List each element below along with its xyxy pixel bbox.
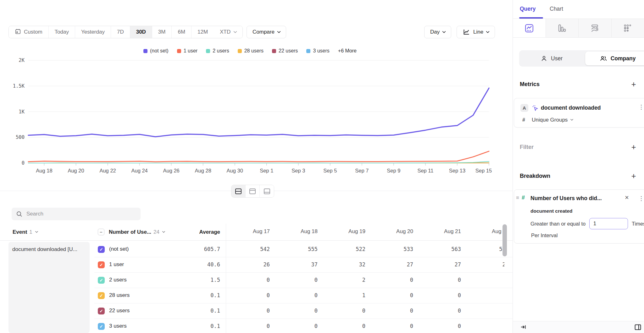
value-cell: 522	[321, 242, 369, 257]
row-date-values: 000000	[226, 319, 504, 333]
event-name-cell[interactable]: document downloaded [U...	[8, 242, 90, 333]
tab-query[interactable]: Query	[520, 6, 536, 12]
layout-table-button[interactable]	[260, 185, 274, 197]
row-label[interactable]: 1 user	[109, 261, 124, 268]
legend-more[interactable]: +6 More	[338, 48, 357, 54]
add-filter-button[interactable]: +	[629, 142, 638, 152]
search-input[interactable]	[26, 211, 136, 217]
range-button-3m[interactable]: 3M	[152, 26, 172, 38]
row-date-values: 000000	[226, 303, 504, 319]
drag-handle-icon[interactable]: ≡	[516, 195, 519, 201]
legend-item[interactable]: 3 users	[306, 48, 329, 54]
svg-text:Sep 7: Sep 7	[355, 168, 369, 173]
collapse-panel-button[interactable]	[520, 323, 527, 332]
breakdown-heading: Breakdown	[520, 173, 550, 179]
range-button-today[interactable]: Today	[49, 26, 75, 38]
svg-text:Sep 3: Sep 3	[291, 168, 305, 173]
table-scrollbar[interactable]	[502, 224, 507, 256]
row-label[interactable]: 2 users	[109, 277, 127, 283]
add-metric-button[interactable]: +	[629, 79, 638, 89]
breakdown-value-input[interactable]	[589, 218, 628, 229]
row-label[interactable]: 28 users	[109, 292, 130, 298]
range-button-7d[interactable]: 7D	[111, 26, 130, 38]
legend-item[interactable]: 2 users	[206, 48, 229, 54]
table-row: ✓(not set)605.7542555522533563533	[94, 242, 513, 257]
measure-dropdown[interactable]: Unique Groups	[532, 117, 573, 123]
legend-item[interactable]: 22 users	[272, 48, 298, 54]
svg-text:0: 0	[22, 160, 25, 166]
row-checkbox[interactable]: ✓	[98, 308, 105, 314]
legend-swatch	[143, 49, 147, 53]
breakdown-menu-button[interactable]: ⋮	[638, 195, 644, 202]
breakdown-condition[interactable]: Greater than or equal to	[530, 221, 586, 227]
value-cell: 0	[465, 303, 504, 319]
chevron-down-icon	[234, 30, 237, 33]
user-icon	[541, 55, 547, 62]
line-chart[interactable]: 05001K1.5K2KAug 18Aug 20Aug 22Aug 24Aug …	[0, 54, 513, 183]
legend-item[interactable]: (not set)	[143, 48, 169, 54]
remove-breakdown-button[interactable]: ×	[625, 194, 629, 202]
query-sidebar: Query Chart	[513, 0, 644, 333]
value-cell: 0	[417, 303, 465, 319]
breakdown-title[interactable]: Number of Users who did...	[530, 195, 602, 202]
legend-swatch	[272, 49, 276, 53]
svg-text:Sep 13: Sep 13	[449, 168, 465, 173]
value-cell: 555	[274, 242, 321, 257]
search-icon	[16, 211, 23, 217]
line-chart-icon	[463, 28, 470, 36]
value-cell: 0	[226, 319, 274, 333]
value-cell: 0	[274, 273, 321, 288]
row-label[interactable]: 22 users	[109, 308, 130, 314]
range-button-30d[interactable]: 30D	[130, 26, 152, 38]
svg-text:Aug 18: Aug 18	[36, 168, 52, 173]
table-row: ✓2 users1.5002001	[94, 273, 513, 288]
user-toggle-option[interactable]: User	[519, 50, 584, 67]
chart-type-line-tab[interactable]	[513, 19, 546, 37]
company-toggle-option[interactable]: Company	[585, 52, 644, 65]
metric-card[interactable]: A document downloaded ⋮ # Unique Groups	[514, 98, 644, 128]
panel-layout-button[interactable]	[634, 323, 642, 332]
legend-item[interactable]: 28 users	[238, 48, 264, 54]
chart-type-flow-tab[interactable]	[579, 19, 612, 37]
range-button-12m[interactable]: 12M	[192, 26, 214, 38]
range-button-yesterday[interactable]: Yesterday	[75, 26, 111, 38]
row-checkbox[interactable]: ✓	[98, 323, 105, 330]
breakdown-column-header[interactable]: Number of Use... 24	[109, 224, 165, 240]
add-breakdown-button[interactable]: +	[629, 171, 638, 181]
event-cursor-icon	[531, 104, 539, 112]
layout-split-button[interactable]	[231, 185, 246, 197]
chart-type-dropdown[interactable]: Line	[457, 26, 495, 38]
custom-range-button[interactable]: Custom	[9, 26, 49, 38]
svg-text:Aug 26: Aug 26	[163, 168, 180, 173]
date-column-header: Aug 22	[465, 224, 504, 240]
legend-item[interactable]: 1 user	[177, 48, 197, 54]
interval-dropdown[interactable]: Day	[424, 26, 451, 38]
row-label[interactable]: 3 users	[109, 323, 127, 329]
metric-event-name[interactable]: document downloaded	[541, 105, 601, 111]
select-all-checkbox[interactable]: −	[98, 229, 104, 235]
xtd-range-button[interactable]: XTD	[214, 26, 242, 38]
event-column-header[interactable]: Event 1	[13, 224, 38, 240]
breakdown-event-name[interactable]: document created	[530, 208, 573, 214]
chart-type-bar-tab[interactable]	[546, 19, 579, 37]
breakdown-per-interval[interactable]: Per Interval	[531, 232, 558, 238]
row-checkbox[interactable]: ✓	[98, 292, 105, 299]
row-checkbox[interactable]: ✓	[98, 277, 105, 284]
sidebar-bottom-bar	[513, 321, 644, 333]
tab-chart[interactable]: Chart	[550, 6, 563, 12]
line-chart-icon	[525, 24, 534, 33]
compare-button[interactable]: Compare	[247, 26, 286, 38]
svg-text:1K: 1K	[19, 109, 25, 115]
chart-type-matrix-tab[interactable]	[612, 19, 644, 37]
svg-text:Sep 11: Sep 11	[417, 168, 433, 173]
metric-menu-button[interactable]: ⋮	[638, 103, 644, 111]
svg-text:Aug 22: Aug 22	[99, 168, 116, 173]
row-checkbox[interactable]: ✓	[98, 261, 105, 268]
flow-icon	[590, 24, 600, 33]
row-label[interactable]: (not set)	[109, 246, 129, 252]
range-button-6m[interactable]: 6M	[172, 26, 192, 38]
layout-toggle-group	[231, 185, 274, 198]
layout-chart-button[interactable]	[246, 185, 260, 197]
breakdown-card[interactable]: ≡ # Number of Users who did... × ⋮ docum…	[514, 189, 644, 243]
row-checkbox[interactable]: ✓	[98, 246, 105, 253]
